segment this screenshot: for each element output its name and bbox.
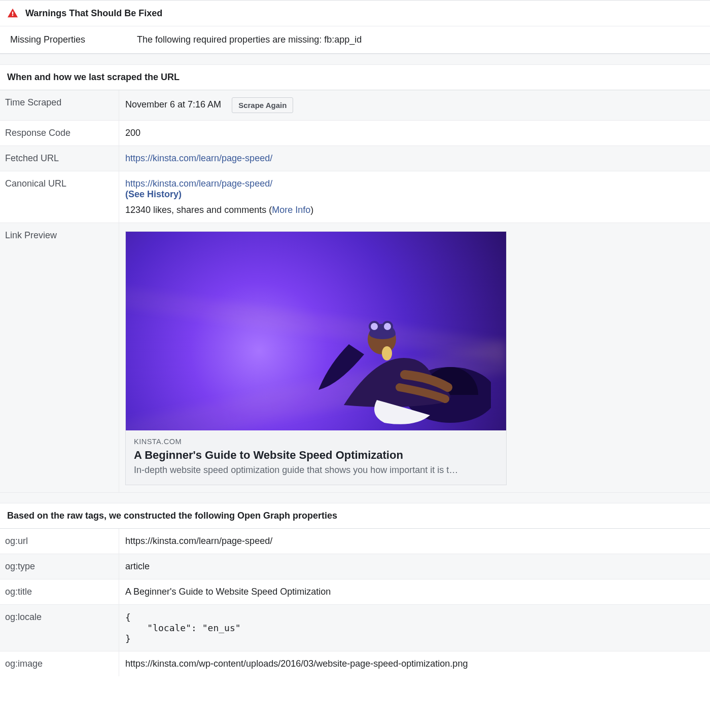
svg-point-3	[383, 322, 392, 331]
warnings-title: Warnings That Should Be Fixed	[25, 8, 162, 19]
scrape-again-button[interactable]: Scrape Again	[232, 97, 293, 113]
fetched-url-link[interactable]: https://kinsta.com/learn/page-speed/	[125, 153, 272, 163]
warnings-section: Warnings That Should Be Fixed Missing Pr…	[0, 0, 710, 54]
warning-triangle-icon	[7, 8, 18, 19]
og-title-label: og:title	[0, 579, 119, 604]
card-domain: KINSTA.COM	[134, 438, 498, 446]
og-table: og:url https://kinsta.com/learn/page-spe…	[0, 528, 710, 676]
svg-point-2	[370, 322, 379, 331]
scrape-table: Time Scraped November 6 at 7:16 AM Scrap…	[0, 90, 710, 492]
og-image-label: og:image	[0, 651, 119, 676]
warnings-header: Warnings That Should Be Fixed	[0, 1, 710, 26]
link-preview-card[interactable]: KINSTA.COM A Beginner's Guide to Website…	[125, 231, 507, 485]
og-locale-json: { "locale": "en_us" }	[125, 612, 704, 644]
og-image-value: https://kinsta.com/wp-content/uploads/20…	[119, 651, 710, 676]
missing-properties-label: Missing Properties	[10, 34, 137, 45]
canonical-url-row: Canonical URL https://kinsta.com/learn/p…	[0, 171, 710, 223]
section-gap	[0, 492, 710, 503]
more-info-link[interactable]: More Info	[272, 205, 310, 215]
time-scraped-label: Time Scraped	[0, 90, 119, 120]
response-code-label: Response Code	[0, 121, 119, 145]
og-section: Based on the raw tags, we constructed th…	[0, 503, 710, 676]
scrape-header: When and how we last scraped the URL	[0, 65, 710, 90]
canonical-stats: 12340 likes, shares and comments (More I…	[125, 205, 704, 215]
link-preview-value: KINSTA.COM A Beginner's Guide to Website…	[119, 223, 710, 492]
link-preview-image	[126, 232, 506, 430]
time-scraped-row: Time Scraped November 6 at 7:16 AM Scrap…	[0, 90, 710, 120]
og-url-row: og:url https://kinsta.com/learn/page-spe…	[0, 528, 710, 554]
svg-point-4	[382, 346, 392, 360]
time-scraped-value-cell: November 6 at 7:16 AM Scrape Again	[119, 90, 710, 120]
og-type-label: og:type	[0, 554, 119, 579]
og-header: Based on the raw tags, we constructed th…	[0, 503, 710, 528]
canonical-stats-suffix: )	[310, 205, 313, 215]
og-locale-value: { "locale": "en_us" }	[119, 605, 710, 651]
scrape-section: When and how we last scraped the URL Tim…	[0, 65, 710, 492]
og-url-value: https://kinsta.com/learn/page-speed/	[119, 529, 710, 554]
canonical-url-link[interactable]: https://kinsta.com/learn/page-speed/	[125, 178, 272, 189]
response-code-row: Response Code 200	[0, 120, 710, 145]
canonical-url-label: Canonical URL	[0, 171, 119, 223]
card-description: In-depth website speed optimization guid…	[134, 465, 498, 476]
driver-illustration-icon	[298, 299, 491, 430]
og-locale-row: og:locale { "locale": "en_us" }	[0, 604, 710, 651]
fetched-url-row: Fetched URL https://kinsta.com/learn/pag…	[0, 145, 710, 171]
missing-properties-row: Missing Properties The following require…	[0, 26, 710, 53]
og-type-row: og:type article	[0, 554, 710, 579]
response-code-value: 200	[119, 121, 710, 145]
section-gap	[0, 54, 710, 65]
link-preview-row: Link Preview	[0, 223, 710, 492]
canonical-stats-prefix: 12340 likes, shares and comments (	[125, 205, 272, 215]
link-preview-label: Link Preview	[0, 223, 119, 492]
og-title-value: A Beginner's Guide to Website Speed Opti…	[119, 579, 710, 604]
canonical-url-value: https://kinsta.com/learn/page-speed/ (Se…	[119, 171, 710, 223]
og-image-row: og:image https://kinsta.com/wp-content/u…	[0, 651, 710, 676]
og-title-row: og:title A Beginner's Guide to Website S…	[0, 579, 710, 604]
see-history-link[interactable]: (See History)	[125, 189, 182, 199]
og-type-value: article	[119, 554, 710, 579]
og-locale-label: og:locale	[0, 605, 119, 651]
og-url-label: og:url	[0, 529, 119, 554]
missing-properties-value: The following required properties are mi…	[137, 34, 362, 45]
fetched-url-value: https://kinsta.com/learn/page-speed/	[119, 146, 710, 171]
fetched-url-label: Fetched URL	[0, 146, 119, 171]
card-body: KINSTA.COM A Beginner's Guide to Website…	[126, 430, 506, 485]
card-title: A Beginner's Guide to Website Speed Opti…	[134, 449, 498, 462]
time-scraped-value: November 6 at 7:16 AM	[125, 99, 221, 110]
